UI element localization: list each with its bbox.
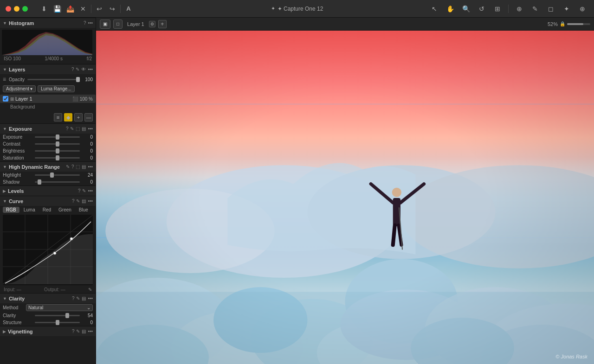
save-button[interactable]: 💾 xyxy=(51,4,63,14)
rotate-tool[interactable]: ↺ xyxy=(476,4,488,14)
exposure-clip-icon[interactable]: ⬚ xyxy=(76,126,80,131)
layers-grid-btn[interactable]: ≡ xyxy=(54,113,62,121)
curve-tab-blue[interactable]: Blue xyxy=(76,207,91,213)
layer-1-checkbox[interactable] xyxy=(3,96,8,102)
clarity-layer-icon[interactable]: ▤ xyxy=(82,296,86,301)
vignetting-help-icon[interactable]: ? xyxy=(72,329,75,334)
hdr-pencil-icon[interactable]: ✎ xyxy=(66,164,70,169)
exposure-header[interactable]: ▼ Exposure ? ✎ ⬚ ▤ ••• xyxy=(0,123,96,134)
export-button[interactable]: 📤 xyxy=(64,4,76,14)
view-rect-btn[interactable]: □ xyxy=(113,19,123,29)
layers-edit-icon[interactable]: ✎ xyxy=(76,67,79,72)
exposure-thumb[interactable] xyxy=(56,134,59,140)
maximize-button[interactable] xyxy=(22,6,28,12)
highlight-slider[interactable] xyxy=(35,174,80,176)
shadow-thumb[interactable] xyxy=(38,179,41,185)
layers-eye-icon[interactable]: 👁 xyxy=(81,67,86,72)
curve-help-icon[interactable]: ? xyxy=(72,198,75,204)
curve-canvas[interactable] xyxy=(3,215,93,285)
vignetting-header[interactable]: ▶ Vignetting ? ✎ ▤ ••• xyxy=(0,326,96,336)
structure-thumb[interactable] xyxy=(56,320,59,325)
hdr-menu-icon[interactable]: ••• xyxy=(88,164,93,169)
vignetting-layer-icon[interactable]: ▤ xyxy=(82,329,86,334)
adjustment-pill[interactable]: Adjustment ▾ xyxy=(3,85,36,92)
histogram-svg xyxy=(2,30,92,55)
layers-header[interactable]: ▼ Layers ? ✎ 👁 ••• xyxy=(0,64,96,74)
contrast-slider[interactable] xyxy=(35,143,80,145)
shadow-slider[interactable] xyxy=(35,181,80,183)
levels-help-icon[interactable]: ? xyxy=(78,188,81,193)
eraser-tool[interactable]: ◻ xyxy=(545,4,557,14)
redo-button[interactable]: ↪ xyxy=(106,4,118,14)
clarity-header[interactable]: ▼ Clarity ? ✎ ▤ ••• xyxy=(0,293,96,303)
layer-label: Layer 1 xyxy=(127,21,144,27)
close-doc-button[interactable]: ✕ xyxy=(77,4,89,14)
close-button[interactable] xyxy=(6,6,11,12)
hdr-help-icon[interactable]: ? xyxy=(71,164,74,169)
crop-tool[interactable]: ⊞ xyxy=(491,4,504,14)
clarity-thumb[interactable] xyxy=(65,313,69,318)
contrast-thumb[interactable] xyxy=(56,141,59,147)
histogram-menu-icon[interactable]: ••• xyxy=(88,20,93,26)
hdr-header[interactable]: ▼ High Dynamic Range ✎ ? ⬚ ▤ ••• xyxy=(0,161,96,172)
curve-edit-icon[interactable]: ✎ xyxy=(76,198,80,204)
cursor-tool[interactable]: ↖ xyxy=(428,4,440,14)
heal-tool[interactable]: ✦ xyxy=(561,4,573,14)
opacity-thumb[interactable] xyxy=(76,77,80,82)
undo-button[interactable]: ↩ xyxy=(93,4,105,14)
brush-tool[interactable]: ✎ xyxy=(529,4,541,14)
levels-menu-icon[interactable]: ••• xyxy=(88,188,93,193)
hdr-layer-icon[interactable]: ▤ xyxy=(82,164,86,169)
clarity-menu-icon[interactable]: ••• xyxy=(88,296,93,301)
pan-tool[interactable]: ✋ xyxy=(444,4,456,14)
curve-tab-rgb[interactable]: RGB xyxy=(3,207,19,213)
exposure-slider[interactable] xyxy=(35,136,80,138)
curve-pen-icon[interactable]: ✎ xyxy=(88,287,92,292)
layers-color-btn[interactable]: ◆ xyxy=(64,113,72,121)
curve-tab-luma[interactable]: Luma xyxy=(20,207,39,213)
pill-arrow: ▾ xyxy=(30,86,32,91)
saturation-thumb[interactable] xyxy=(56,155,59,160)
clone-tool[interactable]: ⊕ xyxy=(576,4,588,14)
luma-range-pill[interactable]: Luma Range... xyxy=(38,85,75,92)
vignetting-edit-icon[interactable]: ✎ xyxy=(76,329,80,334)
curve-header[interactable]: ▼ Curve ? ✎ ▤ ••• xyxy=(0,196,96,206)
curve-menu-icon[interactable]: ••• xyxy=(88,198,93,204)
zoom-tool[interactable]: 🔍 xyxy=(460,4,472,14)
highlight-thumb[interactable] xyxy=(50,172,54,178)
clarity-method-select[interactable]: Natural ⌄ xyxy=(26,304,93,311)
saturation-slider[interactable] xyxy=(35,157,80,159)
curve-layer-icon[interactable]: ▤ xyxy=(82,198,86,204)
text-button[interactable]: A xyxy=(123,4,135,14)
curve-tab-green[interactable]: Green xyxy=(55,207,75,213)
layer-settings-btn[interactable]: ⚙ xyxy=(149,21,155,27)
levels-edit-icon[interactable]: ✎ xyxy=(82,188,86,193)
exposure-help-icon[interactable]: ? xyxy=(66,126,69,131)
histogram-header[interactable]: ▼ Histogram ? ••• xyxy=(0,18,96,28)
exposure-layer-icon[interactable]: ▤ xyxy=(82,126,86,131)
hdr-clip-icon[interactable]: ⬚ xyxy=(76,164,80,169)
exposure-menu-icon[interactable]: ••• xyxy=(88,126,93,131)
minimize-button[interactable] xyxy=(14,6,19,12)
clarity-help-icon[interactable]: ? xyxy=(72,296,75,301)
levels-header[interactable]: ▶ Levels ? ✎ ••• xyxy=(0,185,96,196)
opacity-slider[interactable] xyxy=(27,79,80,80)
brightness-thumb[interactable] xyxy=(56,148,59,153)
lasso-tool[interactable]: ⊕ xyxy=(513,4,525,14)
layers-help-icon[interactable]: ? xyxy=(71,67,74,72)
layers-remove-btn[interactable]: — xyxy=(84,113,93,121)
clarity-edit-icon[interactable]: ✎ xyxy=(76,296,80,301)
exposure-edit-icon[interactable]: ✎ xyxy=(70,126,74,131)
layer-1-item[interactable]: ⊞ Layer 1 ⬛ 100 % xyxy=(0,95,96,103)
view-square-btn[interactable]: ▣ xyxy=(100,19,110,29)
structure-slider[interactable] xyxy=(35,322,80,323)
vignetting-menu-icon[interactable]: ••• xyxy=(88,329,93,334)
curve-tab-red[interactable]: Red xyxy=(39,207,54,213)
clarity-slider[interactable] xyxy=(35,315,80,316)
layers-menu-icon[interactable]: ••• xyxy=(88,67,93,72)
histogram-help-icon[interactable]: ? xyxy=(84,20,86,26)
brightness-slider[interactable] xyxy=(35,150,80,152)
layer-add-btn[interactable]: + xyxy=(158,20,167,28)
import-button[interactable]: ⬇ xyxy=(38,4,50,14)
layers-add-btn[interactable]: + xyxy=(74,113,83,121)
